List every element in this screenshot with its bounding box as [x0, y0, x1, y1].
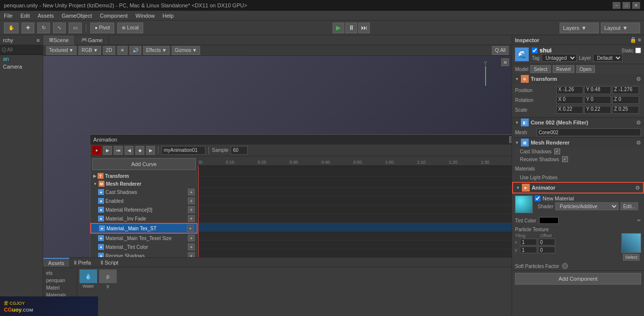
twod-button[interactable]: 2D: [103, 46, 115, 55]
transform-settings-icon[interactable]: ⚙: [636, 76, 641, 82]
minimize-button[interactable]: −: [613, 2, 620, 9]
mesh-filter-settings-icon[interactable]: ⚙: [636, 120, 641, 126]
folder-penquan[interactable]: penquan: [45, 277, 75, 284]
soft-particles-circle[interactable]: [562, 263, 568, 269]
shader-dropdown[interactable]: Particles/Additive: [555, 202, 618, 210]
add-component-button[interactable]: Add Component: [515, 273, 641, 285]
hierarchy-menu-icon[interactable]: ≡: [37, 37, 40, 43]
menu-window[interactable]: Window: [133, 13, 156, 19]
pos-z[interactable]: Z -1.276: [612, 86, 639, 94]
tab-assets[interactable]: Assets: [43, 258, 69, 267]
main-tex-size-add-btn[interactable]: +: [188, 235, 195, 242]
curve-main-tex-st[interactable]: ● Material._Main Tex_ST +: [90, 223, 198, 234]
mesh-input[interactable]: [537, 128, 641, 136]
curve-material-ref[interactable]: ● Material Reference[0] +: [90, 205, 198, 214]
anim-rewind-button[interactable]: ⏮: [114, 146, 123, 155]
folder-ets[interactable]: ets: [45, 269, 75, 277]
model-select-btn[interactable]: Select: [530, 65, 551, 73]
anim-prev-button[interactable]: ◀: [125, 146, 133, 155]
tab-scene[interactable]: ⊞ Scene: [43, 35, 75, 45]
scale-y[interactable]: Y 0.22: [584, 106, 611, 114]
inspector-lock-icon[interactable]: 🔒: [630, 37, 637, 43]
tint-edit-icon[interactable]: ✏: [637, 218, 641, 223]
rot-x[interactable]: X 0: [556, 96, 583, 104]
rot-z[interactable]: Z 0: [612, 96, 639, 104]
play-button[interactable]: ▶: [333, 23, 344, 33]
pos-y[interactable]: Y 0.48: [584, 86, 611, 94]
sun-button[interactable]: ☀: [117, 46, 128, 55]
inspector-menu-icon[interactable]: ≡: [638, 37, 641, 43]
curve-inv-fade[interactable]: ● Material._Inv Fade +: [90, 214, 198, 223]
local-button[interactable]: ⊕ Local: [117, 23, 143, 33]
move-tool[interactable]: ✚: [22, 23, 34, 33]
receive-shadows-add-btn[interactable]: +: [188, 252, 195, 257]
object-active-checkbox[interactable]: [532, 48, 538, 53]
close-button[interactable]: ✕: [632, 2, 640, 9]
hierarchy-item-camera-parent[interactable]: an: [0, 55, 43, 63]
model-revert-btn[interactable]: Revert: [553, 65, 574, 73]
scene-close-btn[interactable]: ✕: [501, 58, 509, 66]
menu-file[interactable]: File: [2, 13, 15, 19]
rot-y[interactable]: Y 0: [584, 96, 611, 104]
scale-x[interactable]: X 0.22: [556, 106, 583, 114]
menu-component[interactable]: Component: [98, 13, 129, 19]
tiling-x-input[interactable]: [520, 239, 537, 245]
material-active-cb[interactable]: [535, 195, 541, 201]
menu-help[interactable]: Help: [160, 13, 176, 19]
gizmos-button[interactable]: Gizmos ▼: [172, 46, 200, 55]
anim-add-key[interactable]: ◆: [135, 146, 144, 155]
mesh-renderer-header[interactable]: ▼ ▦ Mesh Renderer ⚙: [512, 138, 644, 147]
layers-dropdown[interactable]: Layers ▼: [560, 23, 599, 33]
hierarchy-search-input[interactable]: [2, 47, 41, 52]
add-curve-button[interactable]: Add Curve: [92, 158, 196, 170]
asset-item-water[interactable]: 💧 Water: [79, 269, 97, 289]
maximize-button[interactable]: □: [622, 2, 630, 9]
transform-header[interactable]: ▼ ⊕ Transform ⚙: [512, 74, 644, 84]
cast-shadows-add-btn[interactable]: +: [188, 189, 195, 195]
material-ref-add-btn[interactable]: +: [188, 206, 195, 213]
offset-y-input[interactable]: [538, 246, 555, 253]
tex-select-btn[interactable]: Select: [623, 254, 639, 261]
curve-main-tex-size[interactable]: ● Material._Main Tex_Texel Size +: [90, 234, 198, 243]
effects-button[interactable]: Effects ▼: [143, 46, 170, 55]
anim-minimize-btn[interactable]: _: [509, 136, 512, 143]
tint-color-add-btn[interactable]: +: [188, 243, 195, 250]
step-button[interactable]: ⏭: [358, 23, 370, 33]
textured-dropdown[interactable]: Textured ▼: [46, 46, 77, 55]
menu-edit[interactable]: Edit: [19, 13, 32, 19]
mesh-renderer-settings-icon[interactable]: ⚙: [636, 140, 641, 146]
tag-dropdown[interactable]: Untagged: [541, 54, 577, 62]
curve-group-transform[interactable]: ▶ T Transform: [90, 172, 198, 180]
record-button[interactable]: ●: [92, 146, 101, 155]
anim-play-button[interactable]: ▶: [103, 146, 112, 155]
rgb-dropdown[interactable]: RGB ▼: [78, 46, 101, 55]
model-open-btn[interactable]: Open: [576, 65, 595, 73]
animator-settings-icon[interactable]: ⚙: [635, 185, 640, 191]
timeline-body[interactable]: [198, 166, 512, 257]
menu-assets[interactable]: Assets: [36, 13, 56, 19]
cast-shadows-checkbox[interactable]: [554, 148, 560, 154]
main-tex-st-add-btn[interactable]: +: [187, 225, 194, 232]
receive-shadows-checkbox[interactable]: [562, 156, 568, 162]
asset-item-p[interactable]: p p: [99, 269, 117, 289]
tint-color-swatch[interactable]: [539, 217, 559, 224]
curve-receive-shadows[interactable]: ● Receive Shadows +: [90, 251, 198, 257]
pivot-button[interactable]: ● Pivot: [90, 23, 114, 33]
sample-input[interactable]: [231, 146, 248, 155]
pos-x[interactable]: X -1.26: [556, 86, 583, 94]
curve-group-mesh-renderer[interactable]: ▼ M Mesh Renderer: [90, 180, 198, 188]
static-checkbox[interactable]: [635, 48, 641, 53]
hand-tool[interactable]: ✋: [4, 23, 19, 33]
scene-search[interactable]: Q:All: [492, 46, 509, 55]
tab-prefabs[interactable]: ll Prefa: [69, 258, 96, 267]
scale-z[interactable]: Z 0.25: [612, 106, 639, 114]
layout-dropdown[interactable]: Layout ▼: [601, 23, 640, 33]
enabled-add-btn[interactable]: +: [188, 197, 195, 204]
inv-fade-add-btn[interactable]: +: [188, 215, 195, 222]
offset-x-input[interactable]: [538, 239, 555, 245]
curve-cast-shadows[interactable]: ● Cast Shadows +: [90, 188, 198, 196]
audio-button[interactable]: 🔊: [129, 46, 141, 55]
layer-dropdown[interactable]: Default: [593, 54, 622, 62]
tab-game[interactable]: 🎮 Game: [75, 35, 109, 45]
edit-shader-btn[interactable]: Edit...: [620, 202, 638, 210]
